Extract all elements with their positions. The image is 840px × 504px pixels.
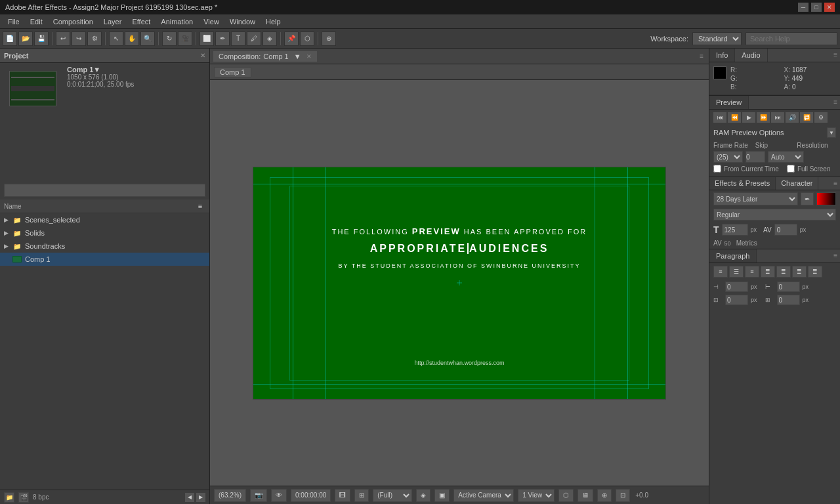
space-after-input[interactable] xyxy=(777,295,800,305)
comp-tab-dropdown[interactable]: Composition: xyxy=(219,52,261,60)
skip-input[interactable] xyxy=(746,151,765,163)
close-button[interactable]: ✕ xyxy=(824,3,835,12)
from-current-time-check[interactable] xyxy=(713,165,721,173)
tab-paragraph[interactable]: Paragraph xyxy=(709,249,757,262)
menu-animation[interactable]: Animation xyxy=(156,16,198,27)
align-center-btn[interactable]: ☰ xyxy=(729,266,744,278)
font-color-swatch[interactable] xyxy=(816,192,836,205)
font-size-input[interactable] xyxy=(722,224,748,236)
prev-last-btn[interactable]: ⏭ xyxy=(771,112,784,123)
prev-loop-btn[interactable]: 🔁 xyxy=(800,112,813,123)
tool-text[interactable]: T xyxy=(231,32,245,46)
viewer-grid-btn[interactable]: ⊞ xyxy=(354,489,369,502)
project-panel-close[interactable]: ✕ xyxy=(200,52,205,59)
full-screen-check[interactable] xyxy=(787,165,795,173)
info-panel-menu[interactable]: ≡ xyxy=(831,49,840,62)
save-btn[interactable]: 💾 xyxy=(34,32,49,46)
menu-help[interactable]: Help xyxy=(261,16,286,27)
prev-options-btn[interactable]: ⚙ xyxy=(814,112,828,123)
redo-btn[interactable]: ↪ xyxy=(72,32,86,46)
tool-pen[interactable]: ✒ xyxy=(215,32,230,46)
nav-fwd-btn[interactable]: ▶ xyxy=(196,493,205,502)
indent-right-input[interactable] xyxy=(777,282,800,292)
viewer-nav-btn[interactable]: ⊕ xyxy=(597,489,612,502)
frame-rate-select[interactable]: (25) xyxy=(713,151,743,163)
prev-audio-btn[interactable]: 🔊 xyxy=(786,112,799,123)
menu-window[interactable]: Window xyxy=(224,16,261,27)
tool-brush[interactable]: 🖊 xyxy=(247,32,261,46)
viewer-3d-btn[interactable]: ⬡ xyxy=(558,489,574,502)
viewer-region-btn[interactable]: ⊡ xyxy=(616,489,630,502)
menu-file[interactable]: File xyxy=(3,16,25,27)
undo-btn[interactable]: ↩ xyxy=(56,32,70,46)
tool-extra[interactable]: ⊕ xyxy=(322,32,336,46)
font-name-select[interactable]: 28 Days Later xyxy=(713,192,798,205)
justify-all-btn[interactable]: ≣ xyxy=(808,266,822,278)
effects-panel-menu[interactable]: ≡ xyxy=(831,177,840,190)
align-left-btn[interactable]: ≡ xyxy=(713,266,728,278)
ram-options-dropdown[interactable]: ▼ xyxy=(827,127,836,138)
menu-view[interactable]: View xyxy=(198,16,224,27)
prev-back-btn[interactable]: ⏪ xyxy=(728,112,741,123)
minimize-button[interactable]: ─ xyxy=(798,3,808,12)
space-before-input[interactable] xyxy=(725,295,748,305)
tool-zoom[interactable]: 🔍 xyxy=(140,32,155,46)
menu-effect[interactable]: Effect xyxy=(127,16,156,27)
viewer-camera-icon-btn[interactable]: 🎞 xyxy=(335,489,350,502)
project-item-soundtracks[interactable]: ▶ 📁 Soundtracks xyxy=(0,240,209,253)
menu-composition[interactable]: Composition xyxy=(48,16,98,27)
paragraph-panel-menu[interactable]: ≡ xyxy=(831,249,840,262)
tool-rotate[interactable]: ↻ xyxy=(162,32,177,46)
viewer-extra-btn[interactable]: ◈ xyxy=(416,489,430,502)
viewer-display-btn[interactable]: 👁 xyxy=(271,489,287,502)
maximize-button[interactable]: □ xyxy=(811,3,822,12)
tool-clone[interactable]: ◈ xyxy=(262,32,277,46)
font-eyedropper-btn[interactable]: ✒ xyxy=(801,192,814,205)
tool-pin[interactable]: 📌 xyxy=(284,32,299,46)
search-help-input[interactable] xyxy=(746,32,837,45)
prev-fwd-btn[interactable]: ⏩ xyxy=(757,112,770,123)
kern-input[interactable] xyxy=(774,224,797,236)
nav-back-btn[interactable]: ◀ xyxy=(185,493,194,502)
justify-center-btn[interactable]: ≣ xyxy=(776,266,791,278)
viewer-timecode-btn[interactable]: 0:00:00:00 xyxy=(291,489,331,502)
indent-left-input[interactable] xyxy=(725,282,748,292)
tab-effects-presets[interactable]: Effects & Presets xyxy=(709,177,776,190)
viewer-snapshot-btn[interactable]: 📷 xyxy=(250,489,267,502)
project-item-scenes[interactable]: ▶ 📁 Scenes_selected xyxy=(0,213,209,226)
preview-panel-menu[interactable]: ≡ xyxy=(831,96,840,109)
viewer-overlay-btn[interactable]: ▣ xyxy=(434,489,450,502)
prev-first-btn[interactable]: ⏮ xyxy=(713,112,726,123)
new-project-btn[interactable]: 📄 xyxy=(3,32,17,46)
justify-right-btn[interactable]: ≣ xyxy=(792,266,807,278)
viewer-quality-select[interactable]: (Full) Half Quarter xyxy=(373,489,412,502)
menu-edit[interactable]: Edit xyxy=(25,16,48,27)
tool-shape[interactable]: ⬡ xyxy=(300,32,314,46)
tool-hand[interactable]: ✋ xyxy=(125,32,139,46)
comp-breadcrumb-btn[interactable]: Comp 1 xyxy=(214,67,251,77)
comp-tab-main[interactable]: Composition: Comp 1 ▼ ✕ xyxy=(213,51,318,62)
tool-select[interactable]: ↖ xyxy=(109,32,123,46)
project-item-solids[interactable]: ▶ 📁 Solids xyxy=(0,226,209,240)
tab-info[interactable]: Info xyxy=(709,49,735,62)
panel-menu-btn[interactable]: ≡ xyxy=(697,52,706,60)
tab-preview[interactable]: Preview xyxy=(709,96,749,109)
settings-btn[interactable]: ⚙ xyxy=(87,32,102,46)
project-header-menu[interactable]: ≡ xyxy=(195,201,205,211)
tool-camera[interactable]: 🎥 xyxy=(178,32,192,46)
project-item-comp1[interactable]: Comp 1 xyxy=(0,253,209,266)
align-right-btn[interactable]: ≡ xyxy=(745,266,759,278)
menu-layer[interactable]: Layer xyxy=(98,16,127,27)
comp-tab-arrow[interactable]: ▼ xyxy=(294,52,301,60)
new-folder-btn[interactable]: 📁 xyxy=(4,492,14,503)
viewer-zoom-btn[interactable]: (63.2%) xyxy=(214,489,246,502)
resolution-select[interactable]: Auto xyxy=(768,151,804,163)
tool-mask[interactable]: ⬜ xyxy=(200,32,214,46)
justify-left-btn[interactable]: ≣ xyxy=(761,266,775,278)
new-comp-btn[interactable]: 🎬 xyxy=(18,492,29,503)
project-search-input[interactable] xyxy=(4,184,205,197)
workspace-select[interactable]: Standard xyxy=(692,32,742,45)
viewer-render-btn[interactable]: 🖥 xyxy=(578,489,593,502)
tab-audio[interactable]: Audio xyxy=(735,49,767,62)
font-style-select[interactable]: Regular xyxy=(713,209,836,220)
